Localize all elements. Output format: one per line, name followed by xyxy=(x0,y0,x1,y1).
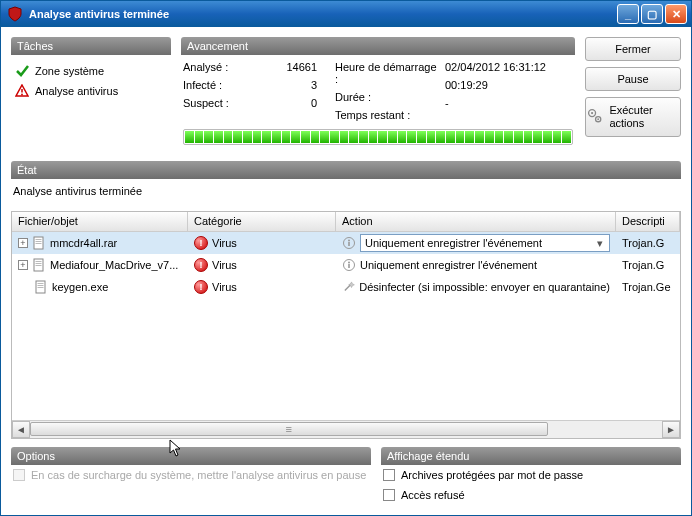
access-denied-label: Accès refusé xyxy=(401,489,465,501)
svg-rect-14 xyxy=(36,261,42,262)
action-select[interactable]: Uniquement enregistrer l'événement▾ xyxy=(360,234,610,252)
chevron-down-icon[interactable]: ▾ xyxy=(593,237,607,250)
state-text: Analyse antivirus terminée xyxy=(11,179,681,203)
scroll-right-button[interactable]: ► xyxy=(662,421,680,438)
expand-icon[interactable]: + xyxy=(18,260,28,270)
results-grid: Fichier/objet Catégorie Action Descripti… xyxy=(11,211,681,439)
col-file[interactable]: Fichier/objet xyxy=(12,212,188,231)
description-value: Trojan.G xyxy=(622,237,664,249)
app-shield-icon xyxy=(7,6,23,22)
svg-point-5 xyxy=(597,118,599,120)
start-value: 02/04/2012 16:31:12 xyxy=(445,61,573,73)
file-name: mmcdr4all.rar xyxy=(50,237,117,249)
scroll-left-button[interactable]: ◄ xyxy=(12,421,30,438)
file-icon xyxy=(32,258,46,272)
virus-icon: ! xyxy=(194,280,208,294)
virus-icon: ! xyxy=(194,236,208,250)
progress-header: Avancement xyxy=(181,37,575,55)
check-icon xyxy=(15,64,29,78)
action-icon xyxy=(342,236,356,250)
col-description[interactable]: Descripti xyxy=(616,212,680,231)
file-icon xyxy=(32,236,46,250)
extended-display-panel: Affichage étendu Archives protégées par … xyxy=(381,447,681,505)
scanned-value: 14661 xyxy=(257,61,317,73)
action-value: Uniquement enregistrer l'événement xyxy=(365,237,593,249)
svg-point-11 xyxy=(348,240,350,242)
window-close-button[interactable]: ✕ xyxy=(665,4,687,24)
svg-rect-15 xyxy=(36,263,42,264)
suspect-value: 0 xyxy=(257,97,317,109)
category-label: Virus xyxy=(212,237,237,249)
action-buttons: Fermer Pause Exécuter actions xyxy=(585,37,681,151)
svg-rect-22 xyxy=(38,285,44,286)
close-button[interactable]: Fermer xyxy=(585,37,681,61)
duration-label: Durée : xyxy=(335,91,441,103)
svg-rect-12 xyxy=(348,242,350,246)
svg-point-18 xyxy=(348,262,350,264)
maximize-button[interactable]: ▢ xyxy=(641,4,663,24)
action-value: Désinfecter (si impossible: envoyer en q… xyxy=(359,281,610,293)
options-panel: Options En cas de surcharge du système, … xyxy=(11,447,371,505)
svg-rect-7 xyxy=(36,239,42,240)
file-name: Mediafour_MacDrive_v7... xyxy=(50,259,178,271)
titlebar: Analyse antivirus terminée _ ▢ ✕ xyxy=(1,1,691,27)
top-row: Tâches Zone système Analyse antivirus xyxy=(11,37,681,151)
svg-rect-21 xyxy=(38,283,44,284)
file-icon xyxy=(34,280,48,294)
minimize-button[interactable]: _ xyxy=(617,4,639,24)
svg-rect-23 xyxy=(38,287,44,288)
task-label: Analyse antivirus xyxy=(35,85,118,97)
scroll-thumb[interactable]: ≡ xyxy=(30,422,548,436)
tasks-header: Tâches xyxy=(11,37,171,55)
table-row[interactable]: +Mediafour_MacDrive_v7...!VirusUniquemen… xyxy=(12,254,680,276)
pause-button[interactable]: Pause xyxy=(585,67,681,91)
pause-on-overload-row: En cas de surcharge du système, mettre l… xyxy=(11,465,371,485)
table-row[interactable]: keygen.exe!VirusDésinfecter (si impossib… xyxy=(12,276,680,298)
gears-icon xyxy=(586,107,603,127)
access-denied-checkbox[interactable] xyxy=(383,489,395,501)
infected-value: 3 xyxy=(257,79,317,91)
remaining-label: Temps restant : xyxy=(335,109,441,121)
action-icon xyxy=(342,258,356,272)
horizontal-scrollbar: ◄ ≡ ► xyxy=(12,420,680,438)
protected-archives-label: Archives protégées par mot de passe xyxy=(401,469,583,481)
progress-bar xyxy=(183,129,573,145)
task-label: Zone système xyxy=(35,65,104,77)
col-action[interactable]: Action xyxy=(336,212,616,231)
start-label: Heure de démarrage : xyxy=(335,61,441,85)
task-system-zone[interactable]: Zone système xyxy=(13,61,169,81)
table-row[interactable]: +mmcdr4all.rar!VirusUniquement enregistr… xyxy=(12,232,680,254)
expand-icon[interactable]: + xyxy=(18,238,28,248)
category-label: Virus xyxy=(212,281,237,293)
duration-value: 00:19:29 xyxy=(445,79,573,91)
execute-actions-button[interactable]: Exécuter actions xyxy=(585,97,681,137)
state-panel: État Analyse antivirus terminée xyxy=(11,159,681,203)
infected-label: Infecté : xyxy=(183,79,253,91)
app-window: Analyse antivirus terminée _ ▢ ✕ Tâches … xyxy=(0,0,692,516)
access-denied-row[interactable]: Accès refusé xyxy=(381,485,681,505)
svg-rect-19 xyxy=(348,264,350,268)
pause-on-overload-checkbox xyxy=(13,469,25,481)
task-antivirus[interactable]: Analyse antivirus xyxy=(13,81,169,101)
svg-rect-16 xyxy=(36,265,42,266)
virus-icon: ! xyxy=(194,258,208,272)
description-value: Trojan.G xyxy=(622,259,664,271)
window-title: Analyse antivirus terminée xyxy=(29,8,615,20)
scanned-label: Analysé : xyxy=(183,61,253,73)
svg-point-3 xyxy=(591,112,593,114)
action-value: Uniquement enregistrer l'événement xyxy=(360,259,537,271)
scroll-track[interactable]: ≡ xyxy=(30,421,662,438)
grid-header: Fichier/objet Catégorie Action Descripti xyxy=(12,212,680,232)
svg-rect-8 xyxy=(36,241,42,242)
svg-point-1 xyxy=(21,94,23,96)
bottom-row: Options En cas de surcharge du système, … xyxy=(11,447,681,505)
protected-archives-row[interactable]: Archives protégées par mot de passe xyxy=(381,465,681,485)
col-category[interactable]: Catégorie xyxy=(188,212,336,231)
tasks-panel: Tâches Zone système Analyse antivirus xyxy=(11,37,171,151)
pause-on-overload-label: En cas de surcharge du système, mettre l… xyxy=(31,469,366,481)
action-icon xyxy=(342,280,355,294)
protected-archives-checkbox[interactable] xyxy=(383,469,395,481)
state-header: État xyxy=(11,161,681,179)
remaining-value: - xyxy=(445,97,573,109)
category-label: Virus xyxy=(212,259,237,271)
